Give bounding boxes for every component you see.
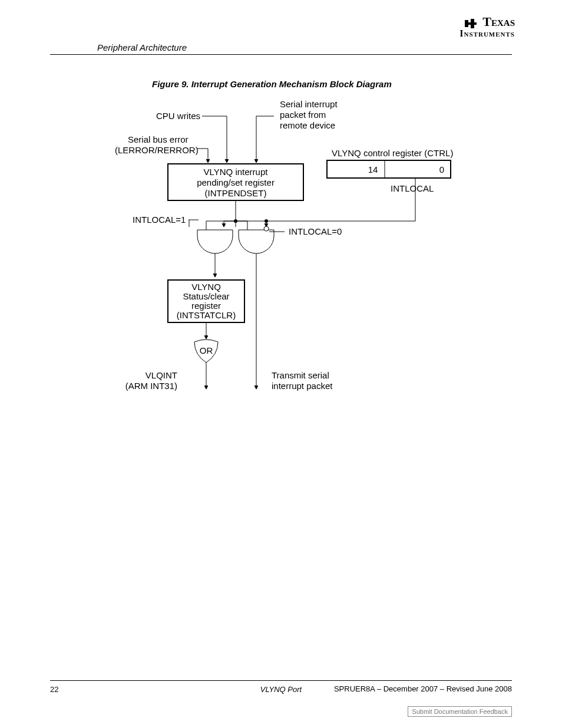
label-vlqint-l2: (ARM INT31) — [125, 381, 177, 391]
label-intlocal: INTLOCAL — [391, 183, 434, 193]
label-intlocal1: INTLOCAL=1 — [133, 215, 186, 225]
header-rule — [50, 54, 512, 55]
diagram: CPU writes Serial bus error (LERROR/RERR… — [50, 94, 512, 427]
label-pendset-l1: VLYNQ interrupt — [204, 167, 269, 177]
svg-point-20 — [234, 219, 237, 223]
label-tx-l1: Transmit serial — [272, 370, 329, 380]
label-ctrl-caption: VLYNQ control register (CTRL) — [332, 148, 453, 158]
label-serial-pkt-l2: packet from — [280, 110, 326, 120]
label-statclr-l4: (INTSTATCLR) — [177, 310, 236, 320]
figure-caption: Figure 9. Interrupt Generation Mechanism… — [152, 79, 392, 89]
label-statclr-l1: VLYNQ — [191, 282, 221, 292]
section-header: Peripheral Architecture — [97, 42, 187, 52]
label-bit0: 0 — [439, 164, 444, 174]
box-ctrl-register — [327, 160, 451, 178]
label-serial-bus-error-l1: Serial bus error — [128, 134, 189, 144]
label-statclr-l2: Status/clear — [183, 291, 229, 301]
label-serial-bus-error-l2: (LERROR/RERROR) — [115, 145, 199, 155]
label-bit14: 14 — [368, 164, 378, 174]
bubble-inverter — [264, 226, 269, 231]
label-or: OR — [200, 345, 213, 355]
feedback-link[interactable]: Submit Documentation Feedback — [408, 706, 512, 717]
label-statclr-l3: register — [191, 301, 221, 311]
label-pendset-l2: pending/set register — [197, 177, 275, 187]
label-intlocal0: INTLOCAL=0 — [289, 226, 342, 236]
footer-rule — [50, 680, 512, 681]
label-pendset-l3: (INTPENDSET) — [205, 188, 267, 198]
gate-and-left — [197, 230, 233, 253]
label-serial-pkt-l1: Serial interrupt — [280, 99, 338, 109]
label-tx-l2: interrupt packet — [272, 381, 333, 391]
label-serial-pkt-l3: remote device — [280, 120, 335, 130]
footer-doc: SPRUER8A – December 2007 – Revised June … — [334, 685, 512, 693]
label-cpu-writes: CPU writes — [156, 111, 200, 121]
ti-logo: Texas Instruments — [459, 18, 515, 38]
gate-and-right — [239, 230, 274, 253]
label-vlqint-l1: VLQINT — [146, 370, 177, 380]
